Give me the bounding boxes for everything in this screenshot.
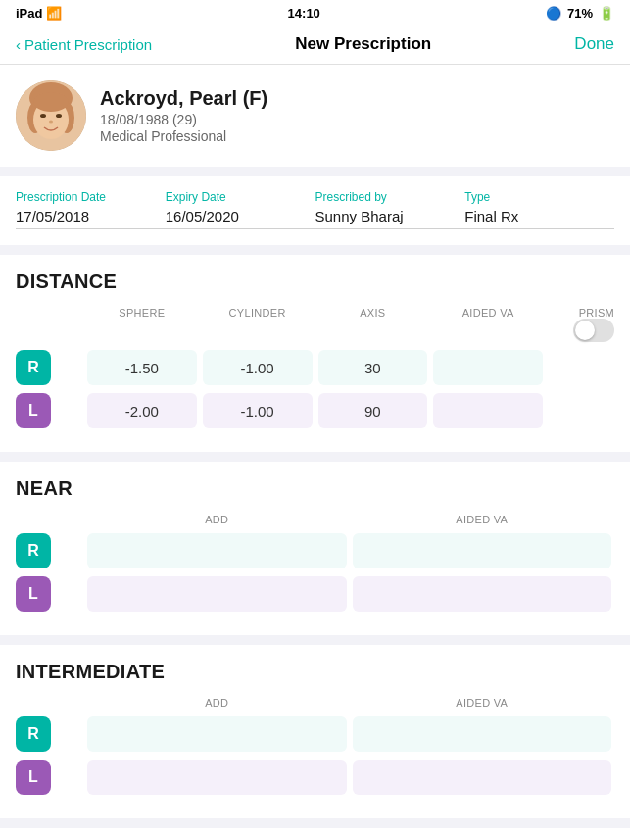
- eye-l-badge: L: [16, 760, 51, 795]
- patient-info: Ackroyd, Pearl (F) 18/08/1988 (29) Medic…: [100, 87, 267, 144]
- rx-expiry-value: 16/05/2020: [166, 208, 315, 229]
- intermediate-table: ADD AIDED VA R L: [16, 697, 614, 795]
- avatar: [16, 80, 86, 151]
- eye-r-badge: R: [16, 350, 51, 385]
- distance-r-sphere[interactable]: -1.50: [87, 350, 197, 385]
- distance-r-aidedva[interactable]: [433, 350, 543, 385]
- intermediate-title: INTERMEDIATE: [16, 661, 614, 683]
- svg-point-7: [49, 121, 53, 124]
- distance-table: SPHERE CYLINDER AXIS AIDED VA PRISM R -1…: [16, 307, 614, 428]
- eye-l-badge: L: [16, 576, 51, 612]
- distance-l-axis[interactable]: 90: [318, 393, 428, 428]
- distance-header: SPHERE CYLINDER AXIS AIDED VA PRISM: [16, 307, 614, 342]
- distance-l-sphere[interactable]: -2.00: [87, 393, 197, 428]
- svg-point-6: [56, 114, 62, 118]
- battery-icon: 🔋: [599, 6, 614, 21]
- status-time: 14:10: [288, 6, 320, 21]
- prescription-info: Prescription Date 17/05/2018 Expiry Date…: [0, 176, 630, 245]
- toggle-thumb: [575, 321, 595, 340]
- rx-type-field[interactable]: Type Final Rx: [464, 190, 614, 229]
- back-chevron-icon: ‹: [16, 36, 21, 53]
- status-left: iPad 📶: [16, 6, 62, 21]
- table-row[interactable]: R: [16, 716, 614, 752]
- table-row[interactable]: R: [16, 533, 614, 568]
- distance-section: DISTANCE SPHERE CYLINDER AXIS AIDED VA P…: [0, 255, 630, 452]
- patient-name: Ackroyd, Pearl (F): [100, 87, 267, 110]
- near-col-eye: [16, 514, 84, 525]
- intermediate-l-add[interactable]: [87, 760, 347, 795]
- eye-r-badge: R: [16, 716, 51, 752]
- rx-type-label: Type: [464, 190, 614, 204]
- intermediate-l-aidedva[interactable]: [353, 760, 612, 795]
- table-row[interactable]: R -1.50 -1.00 30: [16, 350, 614, 385]
- rx-date-label: Prescription Date: [16, 190, 166, 204]
- status-bar: iPad 📶 14:10 🔵 71% 🔋: [0, 0, 630, 26]
- table-row[interactable]: L: [16, 760, 614, 795]
- distance-col-aidedva: AIDED VA: [430, 307, 546, 342]
- distance-col-eye: [16, 307, 84, 342]
- rx-prescribed-label: Prescribed by: [315, 190, 465, 204]
- near-r-add[interactable]: [87, 533, 347, 568]
- distance-l-cylinder[interactable]: -1.00: [203, 393, 313, 428]
- notes-section: NOTES: [0, 828, 630, 840]
- nav-bar: ‹ Patient Prescription New Prescription …: [0, 26, 630, 65]
- near-header: ADD AIDED VA: [16, 514, 614, 525]
- distance-col-sphere: SPHERE: [84, 307, 200, 342]
- intermediate-col-eye: [16, 697, 84, 709]
- battery-level: 71%: [567, 6, 593, 21]
- intermediate-col-aidedva: AIDED VA: [350, 697, 615, 709]
- device-label: iPad: [16, 6, 42, 21]
- distance-col-prism: PRISM: [546, 307, 614, 342]
- distance-r-cylinder[interactable]: -1.00: [203, 350, 313, 385]
- intermediate-col-add: ADD: [84, 697, 350, 709]
- bluetooth-icon: 🔵: [546, 6, 561, 21]
- patient-role: Medical Professional: [100, 128, 267, 144]
- near-r-aidedva[interactable]: [353, 533, 612, 568]
- back-label: Patient Prescription: [24, 36, 152, 53]
- near-col-aidedva: AIDED VA: [350, 514, 615, 525]
- distance-col-cylinder: CYLINDER: [200, 307, 315, 342]
- rx-date-field[interactable]: Prescription Date 17/05/2018: [16, 190, 166, 229]
- table-row[interactable]: L -2.00 -1.00 90: [16, 393, 614, 428]
- eye-r-badge: R: [16, 533, 51, 568]
- patient-card: Ackroyd, Pearl (F) 18/08/1988 (29) Medic…: [0, 65, 630, 167]
- status-right: 🔵 71% 🔋: [546, 6, 614, 21]
- distance-l-aidedva[interactable]: [433, 393, 543, 428]
- rx-prescribed-value: Sunny Bharaj: [315, 208, 465, 229]
- near-l-aidedva[interactable]: [353, 576, 612, 612]
- near-table: ADD AIDED VA R L: [16, 514, 614, 612]
- near-l-add[interactable]: [87, 576, 347, 612]
- patient-dob: 18/08/1988 (29): [100, 112, 267, 127]
- distance-r-axis[interactable]: 30: [318, 350, 428, 385]
- near-title: NEAR: [16, 477, 614, 500]
- intermediate-header: ADD AIDED VA: [16, 697, 614, 709]
- intermediate-r-aidedva[interactable]: [353, 716, 612, 752]
- wifi-icon: 📶: [46, 6, 62, 21]
- rx-date-value: 17/05/2018: [16, 208, 166, 229]
- svg-point-8: [33, 92, 69, 112]
- near-section: NEAR ADD AIDED VA R L: [0, 462, 630, 635]
- prism-toggle[interactable]: [573, 319, 614, 342]
- page-title: New Prescription: [295, 34, 431, 54]
- rx-expiry-label: Expiry Date: [166, 190, 315, 204]
- distance-title: DISTANCE: [16, 271, 614, 293]
- rx-prescribed-field[interactable]: Prescribed by Sunny Bharaj: [315, 190, 465, 229]
- table-row[interactable]: L: [16, 576, 614, 612]
- rx-type-value: Final Rx: [464, 208, 614, 229]
- svg-point-5: [40, 114, 46, 118]
- eye-l-badge: L: [16, 393, 51, 428]
- rx-expiry-field[interactable]: Expiry Date 16/05/2020: [166, 190, 315, 229]
- near-col-add: ADD: [84, 514, 350, 525]
- distance-col-axis: AXIS: [315, 307, 431, 342]
- back-button[interactable]: ‹ Patient Prescription: [16, 36, 152, 53]
- intermediate-r-add[interactable]: [87, 716, 347, 752]
- intermediate-section: INTERMEDIATE ADD AIDED VA R L: [0, 645, 630, 818]
- done-button[interactable]: Done: [574, 34, 614, 54]
